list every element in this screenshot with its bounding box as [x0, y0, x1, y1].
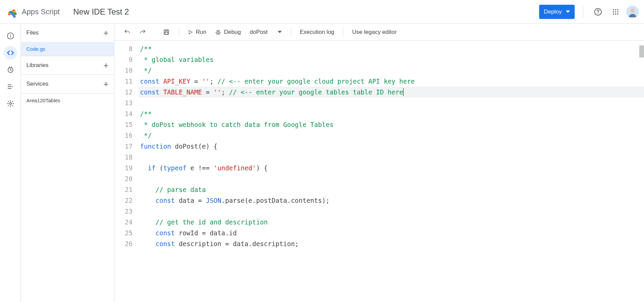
code-token: const — [156, 197, 179, 204]
debug-button[interactable]: Debug — [212, 27, 244, 38]
rail-editor[interactable] — [4, 46, 17, 60]
account-avatar[interactable] — [626, 6, 639, 18]
code-line[interactable] — [139, 206, 644, 217]
code-line[interactable]: function doPost(e) { — [139, 141, 644, 152]
rail-overview[interactable] — [4, 29, 17, 43]
apps-menu-button[interactable] — [609, 5, 622, 19]
code-token: // <-- enter your google cloud project A… — [217, 78, 415, 85]
rail-triggers[interactable] — [4, 63, 17, 77]
code-line[interactable]: */ — [139, 130, 644, 141]
code-line[interactable]: /** — [139, 43, 644, 54]
code-line[interactable]: */ — [139, 65, 644, 76]
line-number: 24 — [114, 217, 133, 228]
code-line[interactable] — [139, 173, 644, 184]
libraries-header: Libraries + — [21, 56, 114, 74]
save-button[interactable] — [160, 27, 173, 38]
code-token: ( — [156, 164, 163, 172]
debug-label: Debug — [224, 29, 241, 36]
code-line[interactable]: if (typeof e !== 'undefined') { — [139, 163, 644, 173]
code-token: */ — [144, 67, 152, 74]
rail-settings[interactable] — [4, 97, 17, 110]
svg-point-21 — [9, 103, 12, 105]
line-number: 25 — [114, 228, 133, 238]
code-token — [140, 197, 156, 204]
code-token: doPost(e) { — [175, 143, 217, 150]
scrollbar-thumb[interactable] — [639, 45, 644, 58]
project-title[interactable]: New IDE Test 2 — [73, 7, 129, 17]
toolbar-separator — [179, 27, 179, 37]
services-label: Services — [26, 81, 48, 87]
save-icon — [163, 29, 170, 36]
code-token: typeof — [163, 164, 187, 172]
code-line[interactable]: // parse data — [139, 184, 644, 195]
code-token: 'undefined' — [213, 164, 256, 172]
add-service-button[interactable]: + — [104, 80, 109, 88]
deploy-button[interactable]: Deploy — [539, 5, 575, 19]
undo-button[interactable] — [120, 27, 134, 38]
help-icon — [594, 8, 602, 16]
code-token: JSON — [206, 197, 221, 204]
files-header: Files + — [21, 24, 114, 42]
files-label: Files — [26, 29, 39, 36]
code-token: rowId = data.id — [179, 229, 237, 237]
left-rail — [0, 24, 21, 302]
code-line[interactable]: /** — [139, 108, 644, 119]
line-number: 18 — [114, 152, 133, 163]
apps-script-logo-icon — [5, 5, 19, 19]
app-logo[interactable]: Apps Script — [5, 5, 60, 19]
bug-icon — [215, 29, 221, 35]
code-token: const — [156, 229, 179, 237]
code-token — [140, 218, 156, 226]
code-editor[interactable]: 891011121314151617181920212223242526 /**… — [114, 41, 644, 302]
header: Apps Script New IDE Test 2 Deploy — [0, 0, 644, 24]
files-section: Files + Code.gs — [21, 24, 114, 56]
svg-point-13 — [615, 13, 616, 15]
code-token: function — [140, 143, 175, 150]
code-token: /** — [140, 45, 152, 52]
code-token: = — [190, 78, 202, 85]
code-line[interactable]: const API_KEY = ''; // <-- enter your go… — [139, 76, 644, 87]
file-item-code[interactable]: Code.gs — [21, 42, 114, 56]
code-line[interactable] — [139, 98, 644, 108]
code-line[interactable]: // get the id and description — [139, 217, 644, 228]
code-content[interactable]: /** * global variables */const API_KEY =… — [139, 41, 644, 302]
deploy-label: Deploy — [544, 8, 562, 15]
text-cursor — [403, 88, 404, 96]
editor-toolbar: Run Debug doPost Execution log Use legac… — [114, 24, 644, 41]
code-token — [140, 132, 144, 139]
legacy-editor-button[interactable]: Use legacy editor — [349, 27, 400, 38]
code-line[interactable]: const data = JSON.parse(e.postData.conte… — [139, 195, 644, 206]
code-token: * global variables — [144, 56, 213, 63]
redo-button[interactable] — [136, 27, 150, 38]
help-button[interactable] — [591, 5, 605, 19]
code-line[interactable] — [139, 152, 644, 163]
code-token: const — [140, 78, 163, 85]
libraries-section: Libraries + — [21, 56, 114, 75]
execution-log-label: Execution log — [300, 29, 334, 36]
code-line[interactable]: const description = data.description; — [139, 238, 644, 249]
run-button[interactable]: Run — [184, 27, 210, 38]
svg-point-6 — [613, 9, 614, 10]
code-token: /** — [140, 110, 152, 117]
add-file-button[interactable]: + — [104, 28, 109, 37]
play-icon — [188, 29, 193, 35]
line-number: 22 — [114, 195, 133, 206]
code-token: ; — [210, 78, 217, 85]
svg-rect-24 — [165, 32, 168, 34]
add-library-button[interactable]: + — [104, 61, 109, 70]
code-line[interactable]: * global variables — [139, 54, 644, 65]
grid-icon — [612, 8, 619, 16]
code-token — [140, 164, 148, 172]
chevron-down-icon — [278, 31, 282, 33]
rail-executions[interactable] — [4, 80, 17, 93]
undo-icon — [124, 29, 131, 36]
code-line[interactable]: const rowId = data.id — [139, 228, 644, 238]
code-token: data = — [179, 197, 206, 204]
code-token: = — [202, 88, 213, 96]
code-line[interactable]: * doPost webhook to catch data from Goog… — [139, 119, 644, 130]
code-line[interactable]: const TABLE_NAME = ''; // <-- enter your… — [139, 87, 644, 98]
service-item[interactable]: Area120Tables — [21, 93, 114, 107]
function-selector[interactable]: doPost — [246, 27, 285, 38]
code-token: API_KEY — [163, 78, 190, 85]
execution-log-button[interactable]: Execution log — [296, 27, 338, 38]
